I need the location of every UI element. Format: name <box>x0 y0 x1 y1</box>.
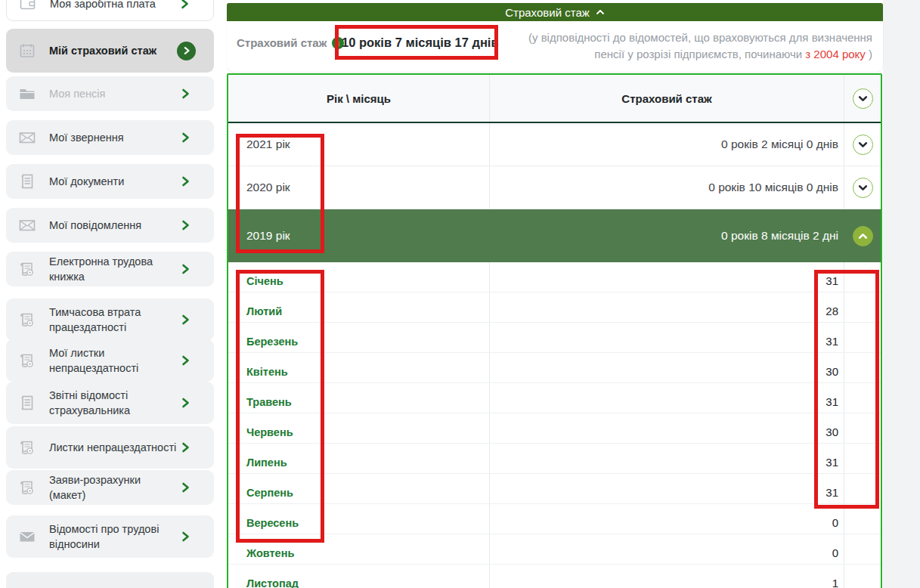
chevron-right-icon <box>178 0 191 10</box>
scroll-icon <box>18 438 38 456</box>
month-days-value: 31 <box>826 395 838 408</box>
year-seniority-value: 0 років 2 місяці 0 днів <box>490 123 844 166</box>
chevron-right-icon <box>179 481 191 494</box>
summary-note-year-link[interactable]: з 2004 року <box>805 48 866 60</box>
month-label: Квітень <box>246 366 288 378</box>
sidebar-item-label: Мої звернення <box>49 130 179 145</box>
sidebar-item-1[interactable]: Мій страховий стаж <box>6 29 214 73</box>
sidebar-item-label: Листки непрацездатності <box>49 440 179 455</box>
month-days-value: 0 <box>832 546 838 559</box>
summary-note-suffix: ) <box>866 48 872 60</box>
year-seniority-value: 0 років 8 місяців 2 дні <box>490 209 844 262</box>
expand-year-button[interactable] <box>853 178 873 198</box>
month-row: Травень31 <box>228 383 881 413</box>
month-label: Липень <box>246 456 287 469</box>
month-label: Лютий <box>246 305 282 317</box>
year-row[interactable]: 2021 рік0 років 2 місяці 0 днів <box>228 123 881 166</box>
column-header-year-month: Рік \ місяць <box>228 75 490 122</box>
scroll-icon <box>18 478 38 497</box>
sidebar-item-4[interactable]: Мої документи <box>6 164 214 199</box>
sidebar-nav: Моя заробітна платаМій страховий стажМоя… <box>0 0 221 588</box>
section-header[interactable]: Страховий стаж <box>227 3 883 21</box>
month-label: Червень <box>246 426 293 438</box>
sidebar-item-8[interactable]: Мої листки непрацездатності <box>6 339 214 382</box>
month-row: Квітень30 <box>228 353 881 383</box>
month-row: Лютий28 <box>228 292 881 323</box>
seniority-table: Рік \ місяць Страховий стаж 2021 рік0 ро… <box>227 73 882 588</box>
section-title: Страховий стаж <box>505 6 590 19</box>
year-label: 2021 рік <box>228 123 490 166</box>
sidebar-item-label: Мої документи <box>49 174 179 189</box>
year-label: 2019 рік <box>228 209 490 262</box>
column-header-seniority: Страховий стаж <box>490 75 844 122</box>
sidebar-item-11[interactable]: Заяви-розрахунки (макет) <box>6 470 214 505</box>
sidebar-item-0[interactable]: Моя заробітна плата <box>6 0 214 21</box>
scroll-icon <box>18 311 38 329</box>
chevron-right-icon <box>179 397 191 409</box>
sidebar-item-label: Заяви-розрахунки (макет) <box>49 472 179 503</box>
month-days-value: 31 <box>826 486 838 499</box>
sidebar-item-7[interactable]: Тимчасова втрата працездатності <box>6 299 214 341</box>
month-days-value: 28 <box>826 305 838 317</box>
sidebar-item-9[interactable]: Звітні відомості страхувальника <box>6 382 214 424</box>
month-label: Вересень <box>246 517 299 529</box>
sidebar-item-label: Моя пенсія <box>49 86 179 101</box>
expand-year-button[interactable] <box>853 135 873 155</box>
month-row: Серпень31 <box>228 474 881 504</box>
month-days-value: 31 <box>826 456 838 469</box>
sidebar-item-12[interactable]: Відомості про трудові відносини <box>6 515 214 558</box>
folder-icon <box>18 85 38 103</box>
chevron-right-icon <box>179 531 191 543</box>
chevron-right-icon <box>179 132 191 144</box>
sidebar-item-label: Тимчасова втрата працездатності <box>49 305 179 335</box>
month-days-value: 0 <box>832 516 838 529</box>
sidebar-item-label: Електронна трудова книжка <box>49 254 179 284</box>
month-label: Січень <box>246 275 283 287</box>
envelope-icon <box>18 128 38 147</box>
month-label: Травень <box>246 396 292 408</box>
expand-all-button[interactable] <box>853 88 873 109</box>
month-label: Жовтень <box>246 547 294 559</box>
sidebar-item-label: Звітні відомості страхувальника <box>49 388 179 418</box>
chevron-right-icon <box>179 88 191 100</box>
sidebar-item-10[interactable]: Листки непрацездатності <box>6 426 214 469</box>
sidebar-item-6[interactable]: Електронна трудова книжка <box>6 252 214 286</box>
sidebar-item-3[interactable]: Мої звернення <box>6 120 214 155</box>
chevron-right-icon <box>179 219 191 231</box>
month-days-value: 31 <box>826 335 838 348</box>
chevron-right-icon <box>179 441 191 453</box>
month-label: Листопад <box>246 577 299 588</box>
page-background <box>883 0 920 588</box>
month-row: Липень31 <box>228 444 881 474</box>
year-row[interactable]: 2020 рік0 років 10 місяців 0 днів <box>228 166 881 209</box>
sidebar-item-label: Мій страховий стаж <box>49 43 177 58</box>
collapse-year-button[interactable] <box>853 226 873 246</box>
chevron-right-icon <box>179 354 191 367</box>
chevron-right-icon <box>179 263 191 275</box>
chevron-right-icon <box>179 175 191 187</box>
summary-note: (у відповідності до відомостей, що врахо… <box>511 29 872 63</box>
envelope-filled-icon <box>18 528 38 546</box>
year-row[interactable]: 2019 рік0 років 8 місяців 2 дні <box>228 209 881 262</box>
document-icon <box>18 394 38 412</box>
table-body: 2021 рік0 років 2 місяці 0 днів2020 рік0… <box>228 123 881 588</box>
page: Моя заробітна платаМій страховий стажМоя… <box>0 0 920 588</box>
summary-label-text: Страховий стаж <box>237 36 327 49</box>
month-days-value: 31 <box>826 274 838 287</box>
month-row: Березень31 <box>228 323 881 353</box>
chevron-up-icon <box>596 8 605 17</box>
chevron-right-icon <box>179 314 191 326</box>
sidebar-item-5[interactable]: Мої повідомлення <box>6 208 214 243</box>
sidebar-item-label: Мої листки непрацездатності <box>49 345 179 376</box>
document-icon <box>18 172 38 190</box>
month-days-value: 1 <box>832 577 838 588</box>
month-label: Березень <box>246 336 298 348</box>
scroll-icon <box>18 351 38 370</box>
month-row: Листопад1 <box>228 565 881 588</box>
sidebar-item-2[interactable]: Моя пенсія <box>6 76 214 111</box>
month-days-value: 30 <box>826 365 838 378</box>
sidebar-item-placeholder <box>6 572 214 588</box>
scroll-icon <box>18 260 38 278</box>
calendar-icon <box>18 42 38 60</box>
month-row: Жовтень0 <box>228 534 881 565</box>
